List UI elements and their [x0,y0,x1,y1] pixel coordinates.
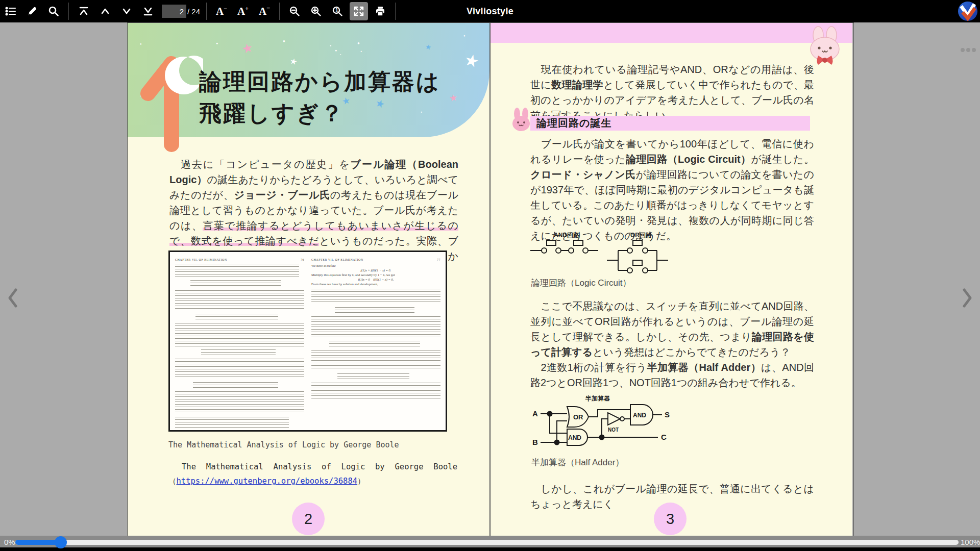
last-page-button[interactable] [139,2,157,20]
toolbar-separator [279,3,280,20]
svg-text:OR回路: OR回路 [630,232,652,239]
toolbar-separator [395,3,396,20]
relay-circuit-diagram: AND回路 OR回路 [530,231,673,280]
toolbar-separator [206,3,207,20]
print-icon[interactable] [371,2,389,20]
first-page-button[interactable] [75,2,93,20]
zoom-out-icon[interactable] [285,2,304,20]
toolbar: / 24 A− A+ A= 1 [0,0,980,22]
svg-text:AND回路: AND回路 [554,232,580,239]
reference-paragraph: The Mathematical Analysis of Logic by Ge… [168,460,457,488]
page-total-label: / 24 [187,7,200,16]
annotate-pen-icon[interactable] [23,2,41,20]
gutenberg-link[interactable]: https://www.gutenberg.org/ebooks/36884 [177,477,358,486]
next-spread-arrow[interactable] [961,287,974,311]
chapter-number-graphic [137,42,203,152]
svg-text:A: A [532,409,538,418]
previous-spread-arrow[interactable] [6,287,19,311]
fit-to-screen-button[interactable] [350,2,368,20]
svg-text:NOT: NOT [608,427,619,433]
section-heading-bar: 論理回路の誕生 [530,116,810,131]
page-spread: ● ● ● ★ ● ★ ● ● ● ● ● ★ ● ★ ★ ★ ★ [127,22,854,536]
toc-icon[interactable] [2,2,20,20]
svg-text:S: S [665,410,670,419]
progress-min-label: 0% [4,538,15,546]
chapter-title: 論理回路から加算器は 飛躍しすぎ？ [199,66,475,129]
book-scan-right-column: CHAPTER VII. OF ELIMINATION 77 We have a… [311,258,440,424]
svg-text:半加算器: 半加算器 [585,395,610,402]
top-pink-band [491,23,852,43]
page-number-input[interactable] [162,5,186,18]
relay-diagram-caption: 論理回路（Logic Circuit） [531,277,631,289]
viewer-stage: ● ● ● ★ ● ★ ● ● ● ● ● ★ ● ★ ★ ★ ★ [0,22,980,536]
zoom-in-icon[interactable] [307,2,325,20]
half-adder-caption: 半加算器（Half Adder） [531,457,624,468]
half-adder-diagram: 半加算器 A B OR AND [530,392,683,455]
rabbit-bullet-icon [509,108,533,132]
right-body-paragraph-4: 2進数1桁の計算を行う半加算器（Half Adder）は、AND回路2つとOR回… [530,360,814,390]
vivliostyle-logo [958,1,978,23]
font-size-increase-button[interactable]: A+ [234,2,252,20]
section-heading-text: 論理回路の誕生 [530,116,611,130]
left-page: ● ● ● ★ ● ★ ● ● ● ● ● ★ ● ★ ★ ★ ★ [128,23,489,536]
progress-fill [15,540,61,545]
page-number-left: 2 [292,503,325,535]
right-body-paragraph-3: ここで不思議なのは、スイッチを直列に並べてAND回路、並列に並べてOR回路が作れ… [530,298,814,360]
right-page: 現在使われている論理記号やAND、ORなどの用語は、後世に数理論理学として発展し… [491,23,852,536]
svg-text:C: C [661,433,667,441]
toolbar-separator [68,3,69,20]
svg-text:AND: AND [633,412,646,419]
svg-text:B: B [532,438,538,446]
book-scan-left-column: CHAPTER VII. OF ELIMINATION 76 [175,258,304,424]
font-size-decrease-button[interactable]: A− [212,2,231,20]
svg-text:OR: OR [573,413,583,421]
search-icon[interactable] [44,2,63,20]
previous-page-button[interactable] [96,2,114,20]
svg-text:1: 1 [335,8,338,13]
book-scan-image: CHAPTER VII. OF ELIMINATION 76 [168,251,447,432]
next-page-button[interactable] [117,2,136,20]
progress-knob[interactable] [55,536,67,548]
book-scan-caption: The Mathematical Analysis of Logic by Ge… [168,440,399,449]
page-number-right: 3 [654,503,687,535]
zoom-actual-size-icon[interactable]: 1 [328,2,347,20]
right-body-paragraph-2: ブール氏が論文を書いてから100年ほどして、電信に使われるリレーを使った論理回路… [530,136,814,243]
vivliostyle-viewer: / 24 A− A+ A= 1 [0,0,980,551]
right-body-paragraph-1: 現在使われている論理記号やAND、ORなどの用語は、後世に数理論理学として発展し… [530,62,814,123]
menu-dots-icon[interactable] [961,48,976,52]
svg-text:AND: AND [568,434,581,441]
progress-track[interactable] [15,540,959,545]
font-size-reset-button[interactable]: A= [255,2,274,20]
chapter-header-banner: ● ● ● ★ ● ★ ● ● ● ● ● ★ ● ★ ★ ★ ★ [128,23,489,137]
progress-max-label: 100% [961,538,980,546]
